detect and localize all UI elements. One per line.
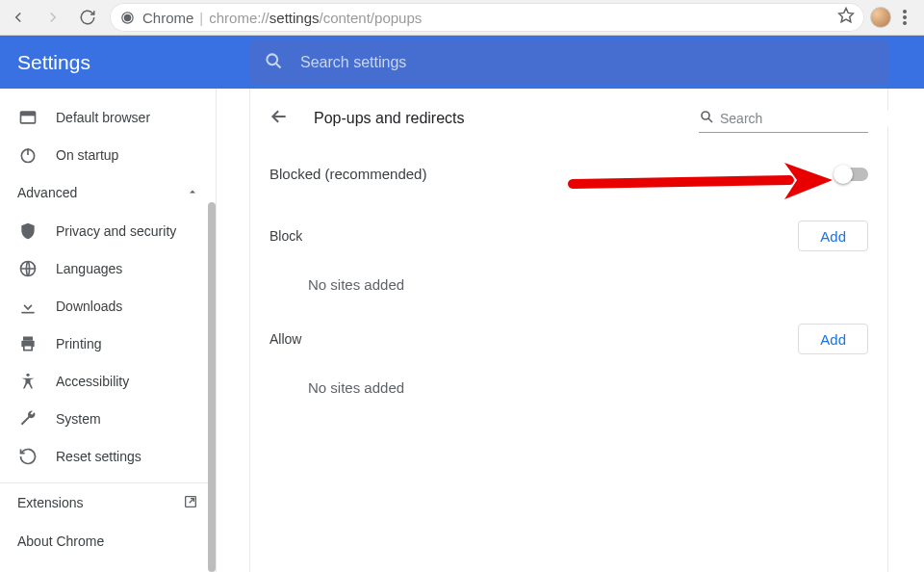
sidebar-item-extensions[interactable]: Extensions xyxy=(0,483,216,522)
panel-title: Pop-ups and redirects xyxy=(314,110,465,127)
sidebar-item-downloads[interactable]: Downloads xyxy=(0,287,216,325)
site-icon xyxy=(119,10,135,25)
blocked-toggle[interactable] xyxy=(835,168,868,181)
shield-icon xyxy=(17,221,38,242)
sidebar-item-default-browser[interactable]: Default browser xyxy=(0,98,216,136)
restore-icon xyxy=(17,446,38,467)
content-columns: Default browser On startup Advanced Priv… xyxy=(0,89,924,572)
svg-point-7 xyxy=(267,54,277,65)
sidebar-item-privacy[interactable]: Privacy and security xyxy=(0,212,216,249)
panel-search[interactable] xyxy=(699,104,868,133)
svg-point-22 xyxy=(702,112,709,119)
sidebar-item-about[interactable]: About Chrome xyxy=(0,522,216,560)
svg-marker-13 xyxy=(190,191,195,194)
sidebar-scrollbar[interactable] xyxy=(208,202,216,572)
settings-search[interactable] xyxy=(250,40,888,85)
svg-marker-3 xyxy=(839,9,854,22)
sidebar-advanced-toggle[interactable]: Advanced xyxy=(0,173,216,212)
svg-point-6 xyxy=(903,21,907,25)
accessibility-icon xyxy=(17,371,38,392)
sidebar-item-label: On startup xyxy=(56,147,118,163)
sidebar-item-system[interactable]: System xyxy=(0,400,216,437)
external-icon xyxy=(183,494,198,512)
blocked-label: Blocked (recommended) xyxy=(270,166,426,182)
search-icon xyxy=(699,109,714,128)
printer-icon xyxy=(17,333,38,354)
nav-buttons xyxy=(0,7,106,28)
svg-point-19 xyxy=(26,373,29,376)
svg-line-23 xyxy=(708,118,712,122)
avatar[interactable] xyxy=(870,7,891,28)
toggle-knob xyxy=(834,165,853,184)
blocked-row: Blocked (recommended) xyxy=(270,148,868,199)
extensions-label: Extensions xyxy=(17,495,83,510)
sidebar-item-label: Privacy and security xyxy=(56,223,176,239)
star-icon[interactable] xyxy=(837,7,855,28)
sidebar-item-label: Accessibility xyxy=(56,374,129,389)
allow-label: Allow xyxy=(270,331,301,347)
settings-panel: Pop-ups and redirects Blocked (recommend… xyxy=(249,89,888,572)
block-section-header: Block Add xyxy=(270,221,868,251)
svg-rect-18 xyxy=(24,345,32,350)
panel-header: Pop-ups and redirects xyxy=(270,89,868,148)
add-allow-button[interactable]: Add xyxy=(798,324,868,354)
globe-icon xyxy=(17,258,38,279)
svg-line-8 xyxy=(276,63,281,67)
sidebar: Default browser On startup Advanced Priv… xyxy=(0,89,217,572)
settings-search-input[interactable] xyxy=(300,54,888,71)
sidebar-item-label: Reset settings xyxy=(56,449,141,464)
add-block-button[interactable]: Add xyxy=(798,221,868,251)
omnibox-separator: | xyxy=(199,10,203,26)
download-icon xyxy=(17,296,38,317)
allow-section-header: Allow Add xyxy=(270,324,868,354)
about-label: About Chrome xyxy=(17,533,104,549)
reload-icon[interactable] xyxy=(77,7,98,28)
omnibox-url-bold: settings xyxy=(270,10,320,26)
omnibox[interactable]: Chrome | chrome://settings/content/popup… xyxy=(110,3,864,32)
forward-icon[interactable] xyxy=(42,7,64,28)
sidebar-item-label: Printing xyxy=(56,336,101,351)
browser-chrome: Chrome | chrome://settings/content/popup… xyxy=(0,0,924,36)
block-empty-message: No sites added xyxy=(270,251,868,302)
block-label: Block xyxy=(270,228,302,244)
advanced-label: Advanced xyxy=(17,185,77,200)
sidebar-item-label: System xyxy=(56,411,101,427)
svg-point-5 xyxy=(903,15,907,19)
settings-header: Settings xyxy=(0,36,924,89)
sidebar-item-label: Downloads xyxy=(56,299,122,314)
svg-rect-15 xyxy=(21,311,34,313)
power-icon xyxy=(17,144,38,166)
wrench-icon xyxy=(17,408,38,429)
omnibox-url-prefix: chrome:// xyxy=(209,10,270,26)
allow-empty-message: No sites added xyxy=(270,354,868,405)
kebab-menu-icon[interactable] xyxy=(893,6,916,29)
back-icon[interactable] xyxy=(8,7,29,28)
sidebar-item-printing[interactable]: Printing xyxy=(0,325,216,362)
sidebar-item-label: Languages xyxy=(56,261,122,276)
search-icon xyxy=(264,51,287,74)
sidebar-item-label: Default browser xyxy=(56,110,150,125)
content-area: Pop-ups and redirects Blocked (recommend… xyxy=(217,89,924,572)
svg-point-2 xyxy=(123,13,131,21)
sidebar-item-on-startup[interactable]: On startup xyxy=(0,136,216,173)
sidebar-item-reset[interactable]: Reset settings xyxy=(0,437,216,475)
svg-rect-10 xyxy=(21,112,36,116)
chevron-up-icon xyxy=(187,185,198,200)
svg-rect-16 xyxy=(23,336,33,340)
omnibox-url-suffix: /content/popups xyxy=(320,10,423,26)
sidebar-item-languages[interactable]: Languages xyxy=(0,249,216,287)
app-name: Settings xyxy=(0,51,250,74)
svg-point-4 xyxy=(903,10,907,13)
panel-search-input[interactable] xyxy=(720,111,888,126)
back-arrow-icon[interactable] xyxy=(270,107,289,130)
window-icon xyxy=(17,107,38,128)
omnibox-label: Chrome xyxy=(142,10,193,26)
sidebar-item-accessibility[interactable]: Accessibility xyxy=(0,362,216,400)
